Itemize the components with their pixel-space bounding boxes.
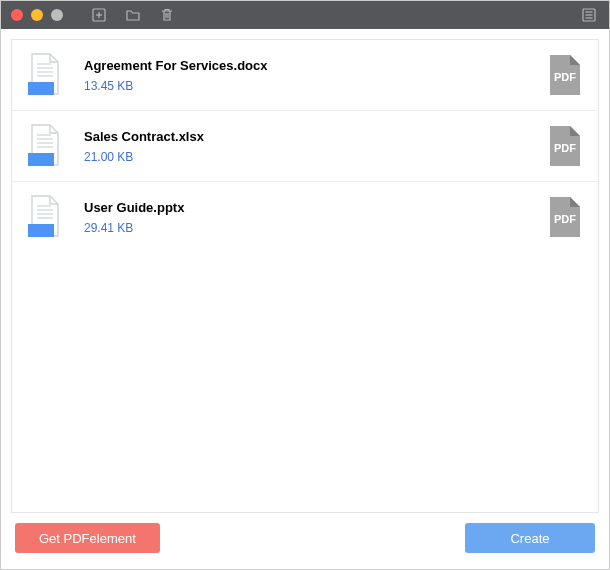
svg-rect-25 [28,224,54,237]
document-icon [26,194,66,240]
minimize-window-button[interactable] [31,9,43,21]
open-folder-icon[interactable] [123,5,143,25]
footer: Get PDFelement Create [11,513,599,559]
trash-icon[interactable] [157,5,177,25]
svg-rect-19 [28,153,54,166]
document-icon [26,123,66,169]
file-row[interactable]: Agreement For Services.docx 13.45 KB PDF [12,40,598,111]
file-list: Agreement For Services.docx 13.45 KB PDF… [11,39,599,513]
content-area: Agreement For Services.docx 13.45 KB PDF… [1,29,609,569]
file-details: User Guide.pptx 29.41 KB [84,200,528,235]
add-file-icon[interactable] [89,5,109,25]
file-size: 13.45 KB [84,79,528,93]
titlebar [1,1,609,29]
file-details: Sales Contract.xlsx 21.00 KB [84,129,528,164]
file-size: 21.00 KB [84,150,528,164]
svg-text:PDF: PDF [554,71,576,83]
svg-text:PDF: PDF [554,213,576,225]
file-size: 29.41 KB [84,221,528,235]
maximize-window-button[interactable] [51,9,63,21]
file-row[interactable]: Sales Contract.xlsx 21.00 KB PDF [12,111,598,182]
settings-panel-icon[interactable] [579,5,599,25]
window-controls [11,9,63,21]
get-pdfelement-button[interactable]: Get PDFelement [15,523,160,553]
pdf-output-icon: PDF [546,124,584,168]
svg-rect-13 [28,82,54,95]
file-name: Sales Contract.xlsx [84,129,528,144]
file-details: Agreement For Services.docx 13.45 KB [84,58,528,93]
pdf-output-icon: PDF [546,53,584,97]
document-icon [26,52,66,98]
file-name: Agreement For Services.docx [84,58,528,73]
create-button[interactable]: Create [465,523,595,553]
close-window-button[interactable] [11,9,23,21]
file-name: User Guide.pptx [84,200,528,215]
file-row[interactable]: User Guide.pptx 29.41 KB PDF [12,182,598,252]
pdf-output-icon: PDF [546,195,584,239]
svg-text:PDF: PDF [554,142,576,154]
